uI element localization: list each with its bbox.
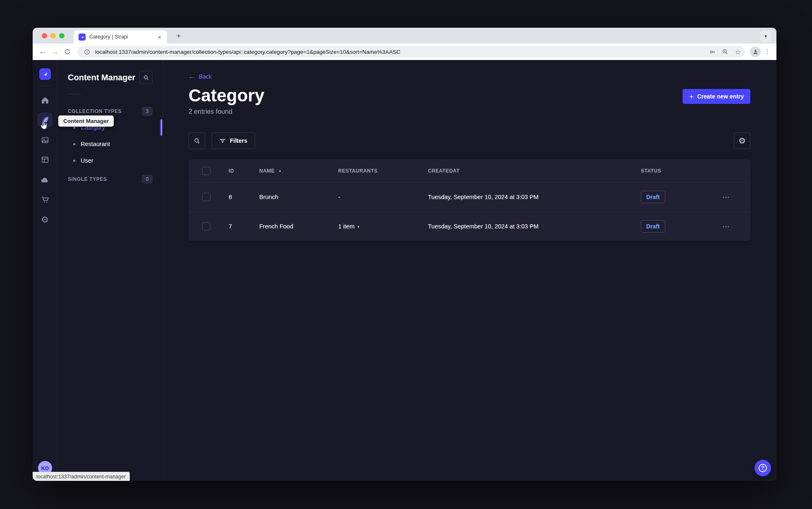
sidebar-item-user[interactable]: User [68,152,153,169]
table-row[interactable]: 7 French Food 1 item ▾ Tuesday, Septembe… [189,211,750,241]
column-header-name[interactable]: NAME ▲ [259,168,338,174]
subnav-scrollbar-thumb[interactable] [160,119,162,136]
column-header-status[interactable]: STATUS [641,168,722,174]
tab-close-icon[interactable]: × [156,33,163,41]
window-controls [42,33,64,38]
content-manager-icon[interactable] [38,113,53,127]
browser-profile-avatar[interactable] [750,46,761,57]
content-type-builder-icon[interactable] [38,152,53,167]
cell-createdat: Tuesday, September 10, 2024 at 3:03 PM [428,194,641,200]
url-text[interactable]: localhost:1337/admin/content-manager/col… [95,49,704,55]
subnav-search-button[interactable] [139,71,153,84]
status-badge: Draft [641,220,665,233]
column-header-id[interactable]: ID [229,168,259,174]
row-actions-icon[interactable]: ⋯ [722,193,750,202]
single-types-label: SINGLE TYPES [68,176,107,182]
browser-window: Category | Strapi × + ▾ ← → localhost:13… [33,28,776,481]
browser-menu-icon[interactable]: ⋮ [762,48,772,55]
bookmark-star-icon[interactable]: ☆ [733,47,743,56]
cell-createdat: Tuesday, September 10, 2024 at 3:03 PM [428,223,641,230]
address-bar[interactable]: localhost:1337/admin/content-manager/col… [77,46,745,58]
page-info-icon[interactable] [82,47,91,56]
row-actions-icon[interactable]: ⋯ [722,222,750,231]
browser-reload-button[interactable] [62,46,73,58]
back-label: Back [199,73,212,80]
bullet-icon [73,160,75,162]
help-button[interactable]: ? [755,460,771,476]
single-types-count-badge: 0 [142,175,153,184]
cell-id: 8 [229,194,259,200]
settings-gear-icon[interactable]: ⚙ [38,212,53,227]
chevron-down-icon: ▾ [358,224,360,229]
cloud-icon[interactable] [38,172,53,187]
zoom-icon[interactable] [721,47,730,56]
strapi-admin: ⚙ KD Content Manager COLLECTION TYPES 3 [33,60,776,481]
close-window-button[interactable] [42,33,47,38]
search-button[interactable] [189,132,205,149]
collection-types-label: COLLECTION TYPES [68,108,122,114]
page-title: Category [189,87,265,104]
strapi-favicon [79,34,86,41]
tab-title: Category | Strapi [89,34,152,40]
view-settings-button[interactable]: ⚙ [734,132,750,149]
subnav-title: Content Manager [68,73,135,82]
table-header-row: ID NAME ▲ RESTAURANTS CREATEDAT STATUS [189,159,750,182]
collection-types-count-badge: 3 [142,107,153,116]
create-new-entry-button[interactable]: + Create new entry [683,89,750,104]
password-key-icon[interactable] [708,47,717,56]
select-all-checkbox[interactable] [202,167,210,175]
home-icon[interactable] [38,93,53,108]
gear-icon: ⚙ [738,137,746,145]
cell-name: French Food [259,223,338,230]
strapi-logo[interactable] [39,68,51,80]
filter-icon [220,138,226,144]
subnav-divider [68,94,81,94]
media-library-icon[interactable] [38,132,53,147]
sort-ascending-icon: ▲ [278,169,282,173]
link-status-tooltip: localhost:1337/admin/content-manager [33,472,130,481]
entries-table: ID NAME ▲ RESTAURANTS CREATEDAT STATUS 8… [189,159,750,241]
sidebar-item-label: Restaurant [81,141,110,147]
back-arrow-icon: ← [189,73,195,80]
sidebar-item-restaurant[interactable]: Restaurant [68,136,153,152]
browser-tab-strip: Category | Strapi × + ▾ [33,28,776,43]
rail-divider [39,86,51,86]
browser-tab[interactable]: Category | Strapi × [74,30,167,43]
filters-button[interactable]: Filters [212,132,255,149]
status-badge: Draft [641,191,665,203]
cell-name: Brunch [259,194,338,200]
browser-toolbar: ← → localhost:1337/admin/content-manager… [33,43,776,60]
entries-count: 2 entries found [189,108,265,115]
cell-restaurants[interactable]: 1 item ▾ [338,223,428,230]
content-manager-tooltip: Content Manager [58,115,114,127]
bullet-icon [73,127,75,129]
new-tab-button[interactable]: + [173,31,184,41]
minimize-window-button[interactable] [50,33,56,38]
column-header-createdat[interactable]: CREATEDAT [428,168,641,174]
main-pane: ← Back Category 2 entries found + Create… [163,60,776,481]
column-header-restaurants[interactable]: RESTAURANTS [338,168,428,174]
back-link[interactable]: ← Back [189,73,212,80]
help-icon: ? [759,464,767,472]
marketplace-cart-icon[interactable] [38,192,53,207]
tab-search-chevron-icon[interactable]: ▾ [760,31,771,41]
maximize-window-button[interactable] [59,33,64,38]
cell-id: 7 [229,223,259,230]
browser-forward-button[interactable]: → [49,46,61,58]
table-row[interactable]: 8 Brunch - Tuesday, September 10, 2024 a… [189,182,750,211]
browser-back-button[interactable]: ← [37,46,48,58]
main-nav-rail: ⚙ KD [33,60,57,481]
plus-icon: + [689,93,693,100]
row-checkbox[interactable] [202,222,210,230]
row-checkbox[interactable] [202,193,210,201]
sidebar-item-label: User [81,157,93,164]
bullet-icon [73,143,75,145]
cell-restaurants: - [338,194,428,200]
